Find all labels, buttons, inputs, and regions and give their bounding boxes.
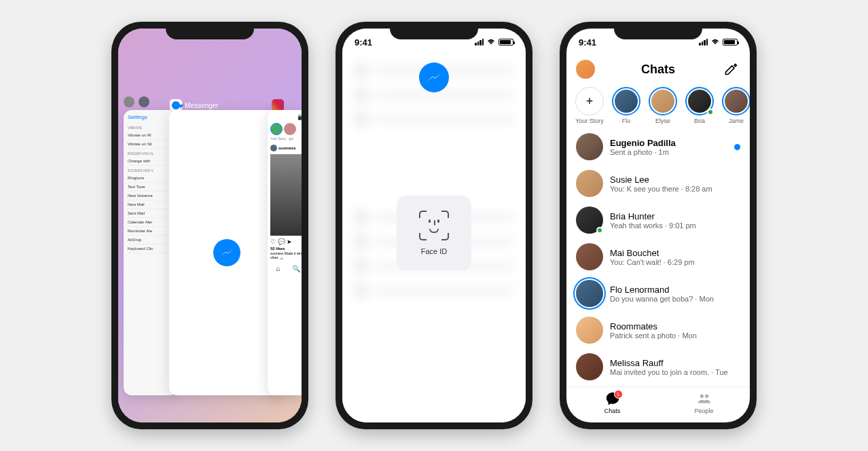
chat-avatar (576, 206, 603, 234)
compose-icon (724, 62, 738, 76)
signal-icon (699, 39, 708, 46)
battery-icon (499, 39, 513, 46)
chat-row[interactable]: Flo LenormandDo you wanna get boba? · Mo… (566, 275, 750, 312)
compose-button[interactable] (721, 60, 740, 79)
messenger-logo-icon (419, 62, 449, 92)
online-dot-icon (596, 227, 603, 234)
chat-avatar (576, 133, 603, 160)
status-indicators (699, 39, 738, 46)
chat-name: Bria Hunter (610, 211, 740, 221)
battery-icon (723, 39, 738, 46)
chat-bubble-icon: 1 (605, 391, 620, 406)
story-item[interactable]: Elyse (648, 87, 678, 124)
unread-badge: 1 (614, 390, 623, 399)
chat-name: Roommates (610, 321, 740, 331)
chat-name: Susie Lee (610, 175, 740, 185)
faceid-prompt: Face ID (397, 196, 471, 270)
chat-preview: Patrick sent a photo · Mon (610, 331, 740, 340)
tab-chats[interactable]: 1 Chats (566, 391, 658, 414)
story-your-story[interactable]: + Your Story (575, 87, 604, 124)
chat-avatar (576, 243, 603, 270)
chat-avatar (576, 280, 603, 307)
phone-app-switcher: Messenger Settings VIBRATE Vibrate on Ri… (111, 22, 308, 429)
chat-name: Melissa Rauff (610, 358, 740, 368)
notch (614, 22, 702, 39)
chat-row[interactable]: Melissa RauffMai invited you to join a r… (566, 348, 750, 385)
faceid-label: Face ID (421, 247, 448, 255)
stories-row[interactable]: + Your Story Flo Elyse Bria Jame (566, 83, 750, 128)
tab-people[interactable]: People (658, 391, 750, 414)
wifi-icon (486, 39, 496, 46)
bottom-tabs: 1 Chats People (566, 386, 750, 422)
phone-faceid-lock: 9:41 Face ID (336, 22, 532, 429)
unread-indicator-icon (734, 144, 740, 150)
phone-chats: 9:41 Chats + Your Story Flo Elyse Bria (560, 22, 757, 429)
chat-list[interactable]: Eugenio PadillaSent a photo · 1mSusie Le… (566, 128, 750, 386)
svg-point-0 (700, 395, 704, 399)
chat-row[interactable]: Eugenio PadillaSent a photo · 1m (566, 128, 750, 165)
story-item[interactable]: Bria (685, 87, 715, 124)
status-indicators (475, 39, 513, 46)
people-icon (697, 391, 712, 406)
search-icon[interactable]: 🔍 (292, 265, 300, 272)
status-time: 9:41 (355, 37, 372, 48)
chat-row[interactable]: Mai BouchetYou: Can't wait! · 6:29 pm (566, 238, 750, 275)
page-title: Chats (641, 62, 675, 77)
chat-avatar (576, 317, 603, 344)
chat-preview: Mai invited you to join a room. · Tue (610, 368, 740, 376)
chat-preview: Do you wanna get boba? · Mon (610, 295, 740, 303)
chat-name: Mai Bouchet (610, 248, 740, 258)
chat-preview: You: Can't wait! · 6:29 pm (610, 258, 740, 266)
home-icon[interactable]: ⌂ (276, 265, 280, 272)
chat-preview: You: K see you there · 8:28 am (610, 185, 740, 193)
chat-row[interactable]: Susie LeeYou: K see you there · 8:28 am (566, 165, 750, 202)
chat-name: Flo Lenormand (610, 285, 740, 295)
notch (390, 22, 478, 39)
settings-back[interactable]: Settings (128, 114, 174, 120)
svg-point-1 (704, 395, 708, 399)
status-time: 9:41 (579, 37, 596, 48)
notch (166, 22, 254, 39)
story-item[interactable]: Jame (721, 87, 750, 124)
instagram-post-image (270, 154, 302, 236)
plus-icon: + (575, 87, 604, 115)
online-dot-icon (707, 109, 714, 115)
instagram-actions[interactable]: ♡ 💬 ➤ (270, 238, 302, 245)
signal-icon (475, 39, 484, 46)
dock-icons (124, 96, 149, 107)
faceid-icon (419, 211, 449, 240)
chat-row[interactable]: RoommatesPatrick sent a photo · Mon (566, 312, 750, 348)
chat-avatar (576, 353, 603, 380)
messenger-logo-icon (213, 239, 240, 266)
profile-avatar[interactable] (576, 60, 595, 79)
camera-icon[interactable]: 📷 (270, 113, 302, 120)
app-card-instagram[interactable]: 📷 Your Story goi susiness ♡ 💬 ➤ 52 likes… (268, 110, 302, 395)
story-item[interactable]: Flo (611, 87, 641, 124)
chat-name: Eugenio Padilla (610, 138, 727, 148)
wifi-icon (710, 39, 720, 46)
chat-avatar (576, 170, 603, 197)
chat-preview: Sent a photo · 1m (610, 148, 727, 156)
chat-row[interactable]: Bria HunterYeah that works · 9:01 pm (566, 202, 750, 238)
chat-preview: Yeah that works · 9:01 pm (610, 221, 740, 230)
